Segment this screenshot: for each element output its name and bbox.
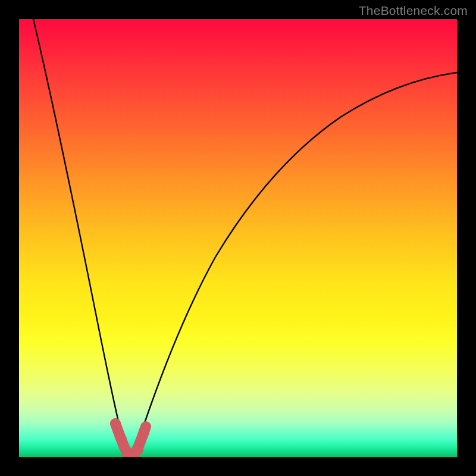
curve-layer <box>19 19 457 457</box>
bottleneck-curve-right <box>130 73 457 456</box>
plot-area <box>19 19 457 457</box>
svg-point-4 <box>133 444 143 455</box>
svg-point-5 <box>139 427 149 438</box>
chart-frame: TheBottleneck.com <box>0 0 476 476</box>
svg-point-0 <box>110 418 121 429</box>
watermark-text: TheBottleneck.com <box>359 4 468 18</box>
svg-point-1 <box>116 434 127 444</box>
bottleneck-curve-left <box>33 19 130 456</box>
